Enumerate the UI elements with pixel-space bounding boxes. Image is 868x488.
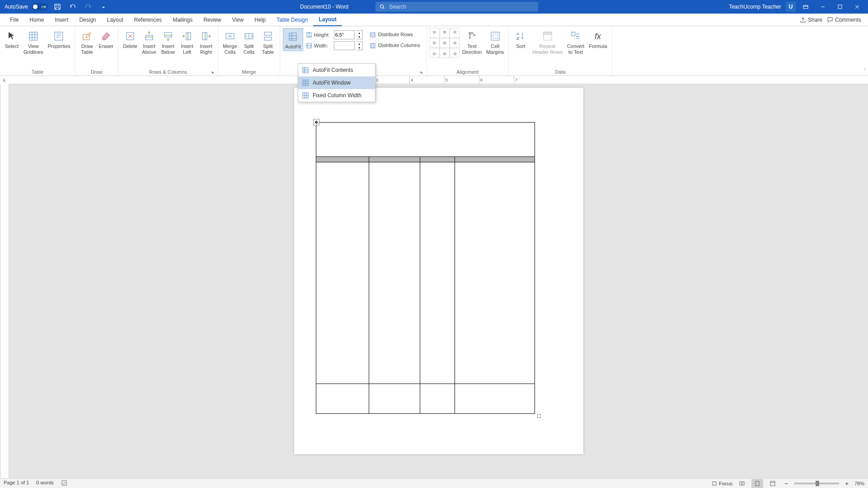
- align-middle-center[interactable]: [440, 38, 450, 48]
- svg-rect-19: [371, 33, 375, 37]
- width-spinner[interactable]: ▲▼: [357, 41, 363, 50]
- comments-button[interactable]: Comments: [827, 17, 861, 23]
- document-table[interactable]: [316, 122, 535, 414]
- horizontal-ruler[interactable]: 1 2 3 4 5 6 7: [9, 76, 868, 84]
- align-middle-right[interactable]: [450, 38, 460, 48]
- align-bottom-left[interactable]: [430, 48, 440, 58]
- word-count[interactable]: 0 words: [36, 480, 54, 487]
- spelling-icon[interactable]: [61, 480, 67, 487]
- convert-to-text-button[interactable]: Convert to Text: [565, 28, 586, 56]
- tab-mailings[interactable]: Mailings: [167, 14, 198, 26]
- zoom-in-button[interactable]: +: [843, 479, 851, 488]
- search-box[interactable]: [375, 2, 538, 12]
- autosave-label: AutoSave: [5, 4, 28, 10]
- table-row[interactable]: [316, 157, 535, 162]
- tab-review[interactable]: Review: [198, 14, 226, 26]
- tab-table-layout[interactable]: Layout: [313, 14, 342, 26]
- split-cells-button[interactable]: Split Cells: [240, 28, 258, 56]
- rows-columns-launcher[interactable]: ⬊: [211, 71, 214, 75]
- redo-button[interactable]: [82, 1, 94, 13]
- svg-rect-30: [303, 67, 308, 73]
- tab-references[interactable]: References: [129, 14, 167, 26]
- autosave-toggle[interactable]: Off: [32, 3, 48, 10]
- user-name: TeachUcomp Teacher: [729, 4, 781, 10]
- tab-layout[interactable]: Layout: [102, 14, 129, 26]
- print-layout-button[interactable]: [751, 479, 763, 488]
- sort-icon: AZ: [513, 29, 528, 43]
- distribute-rows-button[interactable]: Distribute Rows: [367, 30, 422, 40]
- undo-button[interactable]: [67, 1, 79, 13]
- table-row[interactable]: [316, 123, 535, 157]
- web-layout-button[interactable]: [767, 479, 779, 488]
- svg-rect-5: [55, 32, 63, 40]
- table-resize-handle[interactable]: [537, 414, 541, 418]
- align-top-center[interactable]: [440, 28, 450, 38]
- width-input[interactable]: [334, 41, 355, 50]
- text-direction-icon: A: [464, 29, 479, 43]
- delete-button[interactable]: Delete: [121, 28, 139, 50]
- collapse-ribbon-button[interactable]: ˆ: [864, 69, 865, 74]
- group-table: Select View Gridlines Properties Table: [0, 26, 75, 76]
- align-middle-left[interactable]: [430, 38, 440, 48]
- table-move-handle[interactable]: ✥: [313, 119, 319, 125]
- autofit-contents-item[interactable]: AutoFit Contents: [298, 64, 375, 76]
- text-direction-button[interactable]: AText Direction: [460, 28, 483, 56]
- tab-help[interactable]: Help: [249, 14, 271, 26]
- split-table-button[interactable]: Split Table: [259, 28, 277, 56]
- maximize-button[interactable]: [833, 2, 847, 12]
- group-merge: Merge Cells Split Cells Split Table Merg…: [218, 26, 280, 76]
- focus-mode-button[interactable]: Focus: [712, 481, 732, 486]
- zoom-out-button[interactable]: −: [782, 479, 790, 488]
- align-top-left[interactable]: [430, 28, 440, 38]
- sort-button[interactable]: AZSort: [511, 28, 530, 50]
- read-mode-button[interactable]: [736, 479, 748, 488]
- distribute-columns-button[interactable]: Distribute Columns: [367, 41, 422, 51]
- table-row[interactable]: [316, 384, 535, 414]
- save-button[interactable]: [52, 1, 63, 13]
- fixed-column-width-item[interactable]: Fixed Column Width: [298, 89, 375, 102]
- tab-file[interactable]: File: [5, 14, 24, 26]
- align-top-right[interactable]: [450, 28, 460, 38]
- repeat-header-button[interactable]: Repeat Header Rows: [530, 28, 564, 56]
- user-avatar[interactable]: U: [786, 2, 796, 12]
- eraser-button[interactable]: Eraser: [97, 28, 115, 50]
- zoom-slider[interactable]: [794, 483, 839, 484]
- tab-table-design[interactable]: Table Design: [271, 14, 313, 26]
- insert-left-button[interactable]: Insert Left: [178, 28, 196, 56]
- cell-size-launcher[interactable]: ⬊: [420, 71, 423, 75]
- insert-above-button[interactable]: Insert Above: [140, 28, 158, 56]
- cell-margins-button[interactable]: Cell Margins: [484, 28, 506, 56]
- statusbar: Page 1 of 1 0 words Focus − + 78%: [0, 478, 868, 488]
- height-spinner[interactable]: ▲▼: [357, 30, 363, 39]
- share-button[interactable]: Share: [800, 17, 822, 23]
- align-bottom-right[interactable]: [450, 48, 460, 58]
- ribbon-options-button[interactable]: [798, 2, 813, 12]
- properties-button[interactable]: Properties: [46, 28, 72, 50]
- table-row[interactable]: [316, 162, 535, 384]
- align-bottom-center[interactable]: [440, 48, 450, 58]
- search-input[interactable]: [389, 4, 535, 10]
- tab-design[interactable]: Design: [74, 14, 101, 26]
- minimize-button[interactable]: [816, 2, 830, 12]
- zoom-level[interactable]: 78%: [854, 481, 864, 486]
- formula-button[interactable]: fxFormula: [587, 28, 609, 50]
- vertical-ruler[interactable]: [1, 84, 9, 478]
- autofit-button[interactable]: AutoFit: [283, 28, 303, 51]
- gridlines-button[interactable]: View Gridlines: [22, 28, 45, 56]
- svg-rect-16: [289, 33, 296, 40]
- select-button[interactable]: Select: [3, 28, 21, 50]
- tab-view[interactable]: View: [227, 14, 249, 26]
- height-input[interactable]: [334, 30, 355, 39]
- document-area[interactable]: ✥: [9, 84, 868, 478]
- tab-home[interactable]: Home: [24, 14, 49, 26]
- insert-below-button[interactable]: Insert Below: [159, 28, 177, 56]
- page-indicator[interactable]: Page 1 of 1: [4, 480, 29, 487]
- insert-right-button[interactable]: Insert Right: [197, 28, 215, 56]
- autofit-window-item[interactable]: AutoFit Window: [298, 76, 375, 89]
- close-button[interactable]: [850, 2, 864, 12]
- merge-cells-button[interactable]: Merge Cells: [221, 28, 239, 56]
- page[interactable]: ✥: [294, 88, 583, 454]
- tab-insert[interactable]: Insert: [49, 14, 74, 26]
- qat-customize-button[interactable]: [98, 1, 109, 13]
- draw-table-button[interactable]: Draw Table: [78, 28, 96, 56]
